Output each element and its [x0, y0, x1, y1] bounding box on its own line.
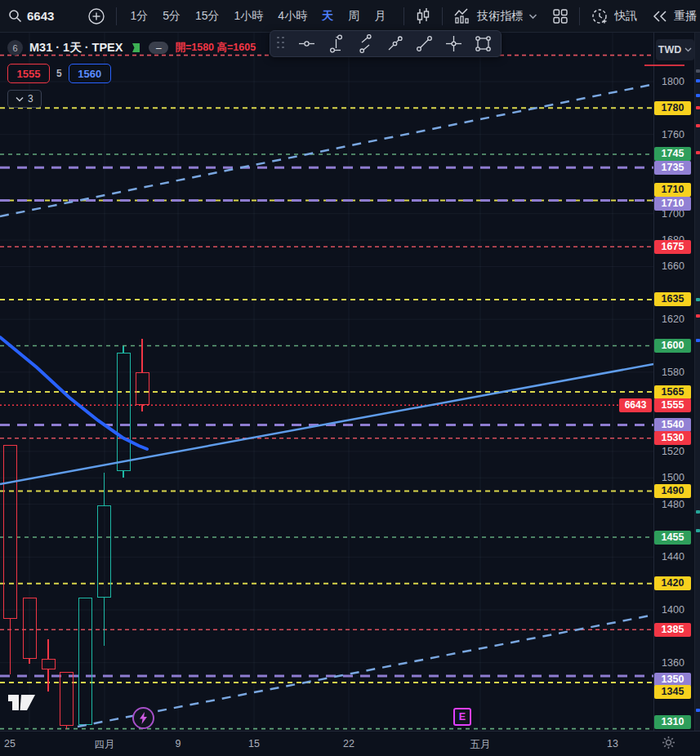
price-tick-1580: 1580 [654, 366, 692, 379]
timeframe-4小時[interactable]: 4小時 [278, 9, 307, 24]
strip-mark [696, 79, 700, 82]
price-tick-1440: 1440 [654, 550, 692, 563]
strip-mark [696, 151, 700, 154]
price-level-label-1420[interactable]: 1420 [654, 576, 691, 590]
top-toolbar: 6643 1分5分15分1小時4小時天周月 技術指標 [0, 0, 700, 33]
trend-line-icon [415, 34, 434, 53]
price-tick-1360: 1360 [654, 656, 692, 669]
strip-mark [696, 69, 700, 73]
collapsed-indicators-chip[interactable]: 3 [7, 90, 42, 108]
price-scale-alert-mark [644, 64, 684, 66]
timeframe-周[interactable]: 周 [348, 9, 359, 24]
price-level-label-1635[interactable]: 1635 [654, 292, 691, 306]
timeframe-1小時[interactable]: 1小時 [234, 9, 264, 24]
rectangle-icon [474, 34, 493, 53]
tool-rectangle[interactable] [468, 32, 497, 56]
tool-parallel-channel[interactable] [350, 32, 380, 56]
legend-index-badge[interactable]: 6 [7, 40, 23, 56]
toolbar-divider [442, 7, 443, 25]
event-badge[interactable]: E [453, 708, 471, 726]
price-tick-1620: 1620 [654, 313, 692, 326]
ma-line [0, 337, 147, 449]
toolbar-divider [404, 7, 404, 25]
price-tick-1500: 1500 [654, 471, 692, 484]
candlestick-icon [415, 7, 431, 25]
tool-trend-line[interactable] [409, 32, 439, 56]
settings-gear-icon[interactable] [662, 736, 675, 753]
strip-mark [696, 298, 700, 301]
price-level-label-1600[interactable]: 1600 [654, 339, 691, 353]
timeframe-1分[interactable]: 1分 [130, 9, 148, 24]
toolbar-drag-handle[interactable] [277, 37, 288, 51]
time-label-五月: 五月 [470, 738, 491, 752]
parallel-channel-icon [356, 34, 375, 53]
strip-mark [696, 339, 700, 342]
price-level-label-1385[interactable]: 1385 [654, 623, 691, 637]
timeframe-月[interactable]: 月 [374, 9, 386, 24]
chevron-down-icon [16, 96, 24, 102]
vertical-line-icon [327, 34, 346, 53]
price-level-label-1490[interactable]: 1490 [654, 484, 691, 498]
chart-style-button[interactable] [408, 0, 439, 33]
right-edge-strip [694, 33, 700, 756]
price-level-label-1345[interactable]: 1345 [654, 685, 691, 699]
price-level-label-1710[interactable]: 1710 [654, 197, 691, 211]
timeframe-天[interactable]: 天 [322, 9, 333, 24]
chevron-down-icon [684, 47, 692, 52]
current-price-label: 1555 [654, 398, 691, 412]
price-level-label-1675[interactable]: 1675 [654, 240, 691, 254]
timeframe-15分[interactable]: 15分 [195, 9, 220, 24]
price-level-label-1530[interactable]: 1530 [654, 431, 691, 445]
solid-trendline [0, 364, 653, 484]
lightning-badge[interactable] [132, 707, 154, 729]
time-label-9: 9 [176, 738, 181, 749]
cross-line-icon [444, 34, 463, 53]
price-level-label-1745[interactable]: 1745 [654, 147, 691, 161]
time-label-22: 22 [343, 738, 354, 749]
alerts-button[interactable]: 快訊 [583, 0, 644, 33]
price-level-label-1565[interactable]: 1565 [654, 385, 691, 399]
tradingview-logo [7, 694, 37, 712]
time-label-四月: 四月 [95, 738, 115, 752]
alerts-label: 快訊 [614, 9, 637, 24]
price-tick-1480: 1480 [654, 498, 692, 511]
tool-vertical-line[interactable] [321, 32, 350, 56]
layout-button[interactable] [545, 0, 576, 33]
timeframe-5分[interactable]: 5分 [163, 9, 181, 24]
symbol-search[interactable]: 6643 [0, 9, 62, 23]
spread-value: 5 [56, 68, 62, 79]
buy-button[interactable]: 1560 [69, 64, 111, 83]
price-level-label-1310[interactable]: 1310 [654, 715, 691, 729]
price-tick-1660: 1660 [654, 260, 692, 273]
compare-add-button[interactable] [80, 0, 113, 33]
tool-horizontal-line[interactable] [292, 32, 321, 56]
strip-mark [696, 510, 700, 514]
replay-button[interactable]: 重播 [644, 0, 700, 33]
replay-label: 重播 [674, 9, 697, 24]
tool-cross-line[interactable] [439, 32, 468, 56]
time-axis[interactable]: 25四月91522五月13 [0, 731, 700, 756]
price-tick-1760: 1760 [654, 128, 692, 141]
currency-selector[interactable]: TWD [656, 39, 694, 60]
indicators-button[interactable]: 技術指標 [446, 0, 545, 33]
strip-mark [696, 106, 700, 109]
current-symbol-label: 6643 [619, 398, 652, 412]
flag-icon[interactable] [129, 42, 142, 55]
price-level-label-1710[interactable]: 1710 [654, 183, 691, 197]
price-level-label-1455[interactable]: 1455 [654, 531, 691, 545]
lower-dashed-trendline [78, 616, 650, 727]
legend-symbol-title[interactable]: M31 · 1天 · TPEX [29, 40, 123, 56]
price-tick-1400: 1400 [654, 603, 692, 616]
price-level-label-1780[interactable]: 1780 [654, 101, 691, 115]
strip-mark [696, 94, 700, 97]
collapsed-indicators-count: 3 [28, 93, 33, 105]
price-level-label-1540[interactable]: 1540 [654, 418, 691, 432]
tool-disjoint-channel[interactable] [380, 32, 409, 56]
price-tick-1520: 1520 [654, 445, 692, 458]
hide-chart-button[interactable]: – [149, 42, 168, 54]
chart-area[interactable]: 6 M31 · 1天 · TPEX – 開=1580 高=1605 1555 5… [0, 33, 700, 756]
chevron-down-icon [528, 13, 537, 20]
sell-button[interactable]: 1555 [7, 64, 50, 83]
upper-dashed-trendline [0, 85, 650, 216]
price-level-label-1735[interactable]: 1735 [654, 161, 691, 175]
